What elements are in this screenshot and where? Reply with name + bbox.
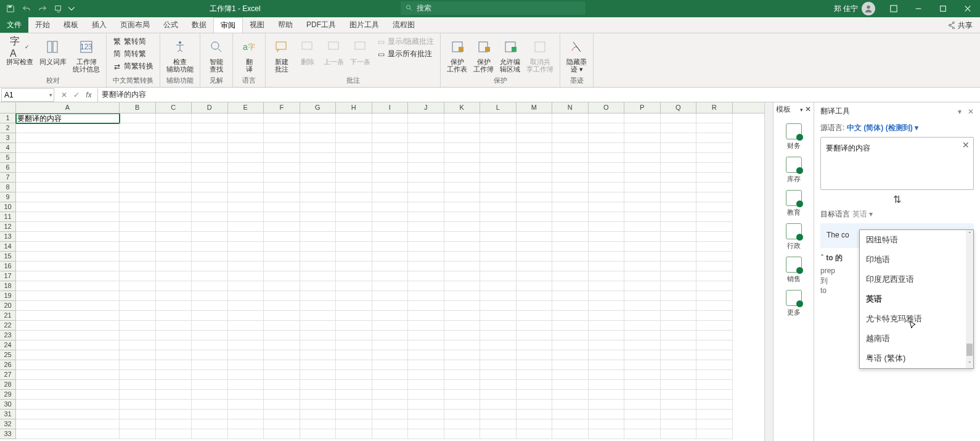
cell-J25[interactable] — [408, 350, 444, 360]
cell-L30[interactable] — [480, 400, 517, 410]
close-icon[interactable] — [955, 0, 980, 17]
cell-M22[interactable] — [517, 321, 553, 331]
cell-L15[interactable] — [480, 252, 517, 262]
cell-I24[interactable] — [372, 340, 409, 350]
cell-I4[interactable] — [372, 143, 409, 153]
cell-D25[interactable] — [192, 350, 228, 360]
cell-J6[interactable] — [408, 163, 444, 173]
cell-E6[interactable] — [228, 163, 264, 173]
cell-P4[interactable] — [624, 143, 661, 153]
cell-O2[interactable] — [589, 123, 625, 133]
cell-F12[interactable] — [264, 222, 300, 232]
cell-Q12[interactable] — [661, 222, 697, 232]
cell-J29[interactable] — [408, 390, 444, 400]
cell-N19[interactable] — [552, 291, 589, 301]
select-all-corner[interactable] — [0, 102, 16, 113]
cell-P18[interactable] — [624, 281, 661, 291]
cell-P29[interactable] — [624, 390, 661, 400]
cell-A13[interactable] — [16, 232, 120, 242]
cell-C26[interactable] — [156, 360, 192, 370]
cell-A4[interactable] — [16, 143, 120, 153]
cell-A16[interactable] — [16, 262, 120, 271]
cell-G22[interactable] — [300, 321, 337, 331]
cell-M12[interactable] — [517, 222, 553, 232]
cell-N18[interactable] — [552, 281, 589, 291]
row-header-21[interactable]: 21 — [0, 311, 16, 321]
cell-K7[interactable] — [444, 173, 481, 183]
cell-Q21[interactable] — [661, 311, 697, 321]
qat-dropdown-icon[interactable] — [68, 2, 75, 15]
cell-H32[interactable] — [336, 419, 372, 429]
cell-C22[interactable] — [156, 321, 192, 331]
cell-A6[interactable] — [16, 163, 120, 173]
cell-R8[interactable] — [696, 183, 733, 192]
tab-page-layout[interactable]: 页面布局 — [113, 17, 157, 33]
cell-K9[interactable] — [444, 192, 481, 202]
row-header-9[interactable]: 9 — [0, 192, 16, 202]
cell-H11[interactable] — [336, 212, 372, 222]
cell-G21[interactable] — [300, 311, 337, 321]
trad-to-simp-button[interactable]: 繁繁转简 — [110, 36, 156, 47]
protect-workbook-button[interactable]: 保护 工作簿 — [471, 35, 496, 73]
row-header-25[interactable]: 25 — [0, 350, 16, 360]
cell-K13[interactable] — [444, 232, 481, 242]
row-header-20[interactable]: 20 — [0, 301, 16, 311]
cell-E30[interactable] — [228, 400, 264, 410]
clear-input-icon[interactable]: ✕ — [962, 140, 970, 150]
cell-B4[interactable] — [120, 143, 156, 153]
cell-Q22[interactable] — [661, 321, 697, 331]
column-header-Q[interactable]: Q — [661, 102, 697, 113]
cell-I33[interactable] — [372, 429, 409, 439]
cell-P30[interactable] — [624, 400, 661, 410]
cell-F9[interactable] — [264, 192, 300, 202]
cell-I19[interactable] — [372, 291, 409, 301]
cell-M16[interactable] — [517, 262, 553, 271]
cell-G28[interactable] — [300, 380, 337, 390]
cell-H5[interactable] — [336, 153, 372, 163]
cell-A31[interactable] — [16, 410, 120, 419]
cell-L11[interactable] — [480, 212, 517, 222]
cell-L9[interactable] — [480, 192, 517, 202]
cell-O16[interactable] — [589, 262, 625, 271]
cell-K30[interactable] — [444, 400, 481, 410]
cell-M8[interactable] — [517, 183, 553, 192]
translator-pane-dropdown-icon[interactable]: ▾ — [958, 107, 962, 116]
tab-pdf[interactable]: PDF工具 — [300, 17, 343, 33]
row-header-2[interactable]: 2 — [0, 123, 16, 133]
cell-M27[interactable] — [517, 370, 553, 380]
cell-L22[interactable] — [480, 321, 517, 331]
cell-K17[interactable] — [444, 271, 481, 281]
cell-D31[interactable] — [192, 410, 228, 419]
cell-P2[interactable] — [624, 123, 661, 133]
cell-B31[interactable] — [120, 410, 156, 419]
cell-P25[interactable] — [624, 350, 661, 360]
cell-E13[interactable] — [228, 232, 264, 242]
cell-N21[interactable] — [552, 311, 589, 321]
cell-I3[interactable] — [372, 133, 409, 143]
enter-formula-icon[interactable]: ✓ — [70, 89, 83, 101]
row-header-4[interactable]: 4 — [0, 143, 16, 153]
cell-H22[interactable] — [336, 321, 372, 331]
cell-J30[interactable] — [408, 400, 444, 410]
cell-J12[interactable] — [408, 222, 444, 232]
cell-B6[interactable] — [120, 163, 156, 173]
cell-F21[interactable] — [264, 311, 300, 321]
cell-Q1[interactable] — [661, 113, 697, 123]
row-header-1[interactable]: 1 — [0, 113, 16, 123]
cell-G26[interactable] — [300, 360, 337, 370]
cell-P32[interactable] — [624, 419, 661, 429]
cell-C24[interactable] — [156, 340, 192, 350]
cell-J18[interactable] — [408, 281, 444, 291]
cell-B23[interactable] — [120, 331, 156, 340]
row-header-8[interactable]: 8 — [0, 183, 16, 192]
language-option[interactable]: 粤语 (繁体) — [860, 348, 973, 368]
cell-O15[interactable] — [589, 252, 625, 262]
cell-R16[interactable] — [696, 262, 733, 271]
cell-K23[interactable] — [444, 331, 481, 340]
cell-D1[interactable] — [192, 113, 228, 123]
cell-I27[interactable] — [372, 370, 409, 380]
cell-E16[interactable] — [228, 262, 264, 271]
share-button[interactable]: 共享 — [943, 19, 978, 32]
cell-E15[interactable] — [228, 252, 264, 262]
cell-R27[interactable] — [696, 370, 733, 380]
